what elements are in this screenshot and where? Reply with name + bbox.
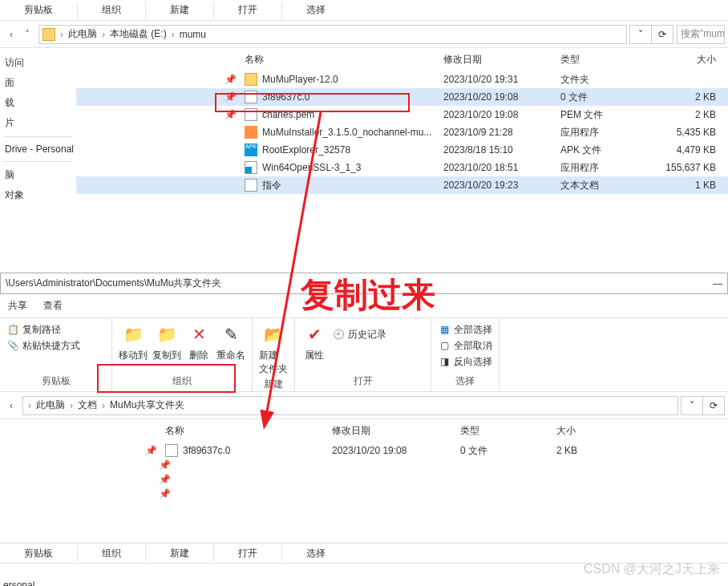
tab-share[interactable]: 共享 [8, 299, 27, 313]
delete-button[interactable]: ✕删除 [186, 321, 212, 362]
paste-shortcut-button[interactable]: 📎粘贴快捷方式 [6, 337, 80, 354]
window-2-body: 名称 修改日期 类型 大小 📌3f89637c.02023/10/20 19:0… [0, 419, 728, 564]
breadcrumb-item[interactable]: 此电脑 [33, 398, 68, 412]
sidebar-item[interactable]: Drive - Personal [3, 140, 73, 158]
window-2-address-bar: ‹ › 此电脑 › 文档 › MuMu共享文件夹 ˅ ⟳ [0, 392, 728, 419]
tab-view[interactable]: 查看 [43, 299, 63, 313]
file-icon [245, 108, 257, 121]
file-row[interactable]: Win64OpenSSL-3_1_32023/10/20 18:51应用程序15… [76, 159, 728, 176]
breadcrumb-box[interactable]: › 此电脑 › 文档 › MuMu共享文件夹 [22, 396, 678, 415]
chevron-right-icon[interactable]: › [100, 400, 107, 411]
col-date[interactable]: 修改日期 [332, 424, 460, 438]
file-size: 155,637 KB [657, 162, 727, 173]
file-type: 文件夹 [560, 73, 657, 87]
file-name: 指令 [262, 179, 281, 192]
chevron-right-icon[interactable]: › [68, 400, 75, 411]
nav-up-button[interactable]: ˄ [19, 29, 35, 40]
chevron-right-icon[interactable]: › [100, 29, 107, 40]
cube-icon [245, 126, 257, 139]
window-1-body: 访问 面 载 片 Drive - Personal 脑 对象 名称 修改日期 类… [0, 48, 728, 249]
file-type: 0 文件 [460, 444, 556, 458]
col-type[interactable]: 类型 [460, 424, 556, 438]
window-1-ribbon-groups: 剪贴板 组织 新建 打开 选择 [0, 0, 728, 21]
new-folder-button[interactable]: 📂新建 文件夹 [259, 321, 288, 376]
breadcrumb-item[interactable]: mumu [176, 29, 209, 40]
window-1-address-bar: ‹ ˄ › 此电脑 › 本地磁盘 (E:) › mumu ˅ ⟳ 搜索"mum [0, 21, 728, 48]
file-date: 2023/10/20 19:08 [443, 91, 560, 103]
ribbon-group-organize: 组织 [78, 0, 145, 20]
chevron-right-icon[interactable]: › [59, 29, 65, 40]
invert-selection-button[interactable]: ◨反向选择 [438, 354, 492, 370]
file-name: Win64OpenSSL-3_1_3 [262, 162, 361, 173]
file-row[interactable]: MuMuInstaller_3.1.5.0_nochannel-mu...202… [76, 123, 728, 141]
col-name[interactable]: 名称 [237, 53, 443, 67]
file-row[interactable]: 📌3f89637c.02023/10/20 19:080 文件2 KB [48, 442, 728, 459]
breadcrumb-item[interactable]: 本地磁盘 (E:) [107, 27, 170, 41]
nav-back-button[interactable]: ‹ [3, 400, 19, 411]
sidebar-item[interactable]: 载 [3, 93, 73, 113]
file-icon [245, 91, 257, 103]
file-date: 2023/10/20 19:08 [443, 109, 560, 120]
file-size: 2 KB [657, 91, 727, 103]
select-none-button[interactable]: ▢全部取消 [438, 337, 492, 354]
col-size[interactable]: 大小 [556, 424, 621, 438]
refresh-button[interactable]: ⟳ [702, 396, 725, 415]
window-1-file-list: 名称 修改日期 类型 大小 📌MuMuPlayer-12.02023/10/20… [76, 48, 728, 249]
copy-to-button[interactable]: 📁复制到 [152, 321, 181, 362]
annotation-text: 复制过来 [301, 273, 435, 317]
address-dropdown-button[interactable]: ˅ [629, 25, 652, 44]
address-dropdown-button[interactable]: ˅ [681, 396, 703, 415]
copy-path-button[interactable]: 📋复制路径 [6, 321, 61, 337]
sidebar-item[interactable]: 对象 [3, 185, 73, 205]
history-button[interactable]: 🕘历史记录 [332, 326, 386, 342]
breadcrumb-item[interactable]: MuMu共享文件夹 [107, 398, 188, 412]
sidebar-item[interactable]: 面 [3, 73, 73, 93]
file-row[interactable]: 📌MuMuPlayer-12.02023/10/20 19:31文件夹 [76, 71, 728, 88]
sidebar-item[interactable]: 脑 [3, 165, 73, 185]
file-row[interactable]: APKRootExplorer_325782023/8/18 15:10APK … [76, 141, 728, 159]
chevron-right-icon[interactable]: › [170, 29, 176, 40]
file-icon [165, 444, 178, 457]
search-input[interactable]: 搜索"mum [677, 25, 725, 44]
breadcrumb-box[interactable]: › 此电脑 › 本地磁盘 (E:) › mumu [38, 25, 627, 44]
col-type[interactable]: 类型 [560, 53, 657, 67]
select-all-button[interactable]: ▦全部选择 [438, 321, 492, 337]
watermark: CSDN @大河之J天上来 [584, 561, 720, 578]
file-size: 2 KB [556, 445, 621, 456]
breadcrumb-item[interactable]: 此电脑 [65, 27, 100, 41]
file-row[interactable]: 📌3f89637c.02023/10/20 19:080 文件2 KB [76, 88, 728, 106]
properties-button[interactable]: ✔属性 [301, 321, 327, 362]
chevron-right-icon[interactable]: › [26, 400, 33, 411]
txt-icon [245, 179, 257, 192]
file-size: 5,435 KB [657, 127, 727, 138]
col-date[interactable]: 修改日期 [443, 53, 560, 67]
ribbon-group-label: 剪贴板 [6, 373, 105, 388]
file-type: 应用程序 [560, 126, 657, 139]
move-to-button[interactable]: 📁移动到 [119, 321, 148, 362]
window-2-sidebar [0, 419, 48, 564]
file-name: RootExplorer_32578 [262, 144, 350, 156]
refresh-button[interactable]: ⟳ [651, 25, 673, 44]
file-type: 文本文档 [560, 179, 657, 192]
file-name: MuMuInstaller_3.1.5.0_nochannel-mu... [262, 127, 431, 138]
minimize-button[interactable]: — [713, 278, 722, 289]
col-size[interactable]: 大小 [657, 53, 727, 67]
col-name[interactable]: 名称 [157, 424, 332, 438]
file-date: 2023/10/20 19:23 [443, 180, 560, 191]
file-name: 3f89637c.0 [183, 445, 230, 456]
folder-icon [245, 73, 257, 86]
sidebar-item[interactable]: 片 [3, 113, 73, 133]
breadcrumb-item[interactable]: 文档 [75, 398, 100, 412]
file-row[interactable]: 指令2023/10/20 19:23文本文档1 KB [76, 176, 728, 194]
ribbon-group-label: 打开 [301, 373, 424, 388]
apk-icon: APK [245, 143, 257, 156]
ribbon-group-label: 新建 [259, 376, 288, 391]
file-name: charles.pem [262, 109, 314, 120]
file-name: 3f89637c.0 [262, 91, 309, 103]
file-type: PEM 文件 [560, 108, 657, 122]
file-type: 应用程序 [560, 161, 657, 175]
file-row[interactable]: 📌charles.pem2023/10/20 19:08PEM 文件2 KB [76, 106, 728, 123]
sidebar-item[interactable]: 访问 [3, 53, 73, 73]
nav-back-button[interactable]: ‹ [3, 29, 19, 40]
rename-button[interactable]: ✎重命名 [216, 321, 245, 362]
